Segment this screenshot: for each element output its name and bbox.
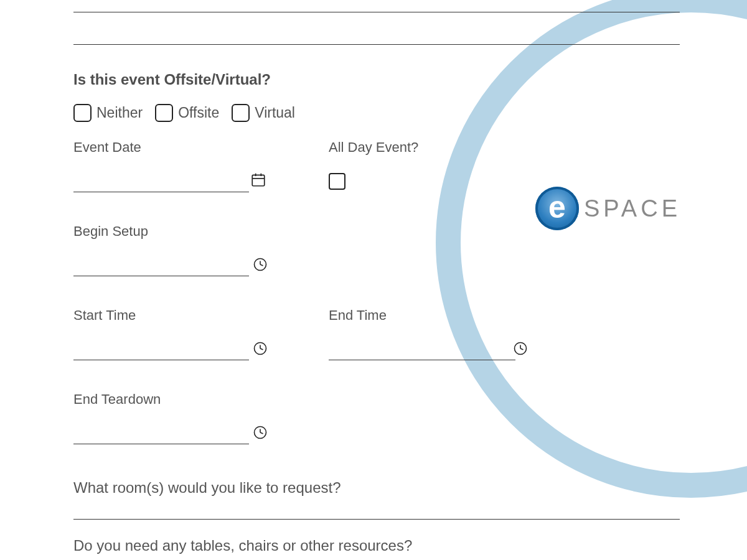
input-end-teardown[interactable] <box>73 425 249 444</box>
clock-icon <box>253 341 268 356</box>
question-rooms: What room(s) would you like to request? <box>73 479 680 497</box>
clock-icon <box>253 257 268 272</box>
label-neither: Neither <box>96 105 143 121</box>
clock-icon <box>253 425 268 440</box>
input-start-time[interactable] <box>73 341 249 360</box>
offsite-virtual-options: Neither Offsite Virtual <box>73 104 680 122</box>
checkbox-virtual[interactable] <box>232 104 250 122</box>
input-rooms[interactable] <box>73 519 680 520</box>
label-virtual: Virtual <box>255 105 295 121</box>
label-end-time: End Time <box>329 307 584 324</box>
calendar-icon <box>250 172 266 188</box>
checkbox-offsite[interactable] <box>155 104 173 122</box>
label-offsite: Offsite <box>178 105 219 121</box>
label-event-date: Event Date <box>73 139 329 156</box>
input-end-time[interactable] <box>329 341 515 360</box>
label-begin-setup: Begin Setup <box>73 223 680 240</box>
input-begin-setup[interactable] <box>73 257 249 276</box>
svg-line-15 <box>260 432 263 434</box>
svg-line-6 <box>260 264 263 266</box>
checkbox-all-day[interactable] <box>329 173 345 190</box>
svg-line-12 <box>520 348 524 350</box>
input-event-date[interactable] <box>73 173 249 192</box>
question-offsite-virtual: Is this event Offsite/Virtual? <box>73 71 680 88</box>
label-start-time: Start Time <box>73 307 329 324</box>
svg-line-9 <box>260 348 263 350</box>
svg-rect-0 <box>252 175 265 185</box>
label-all-day: All Day Event? <box>329 139 584 156</box>
checkbox-neither[interactable] <box>73 104 92 122</box>
question-resources: Do you need any tables, chairs or other … <box>73 537 680 554</box>
clock-icon <box>513 341 528 356</box>
label-end-teardown: End Teardown <box>73 391 680 408</box>
